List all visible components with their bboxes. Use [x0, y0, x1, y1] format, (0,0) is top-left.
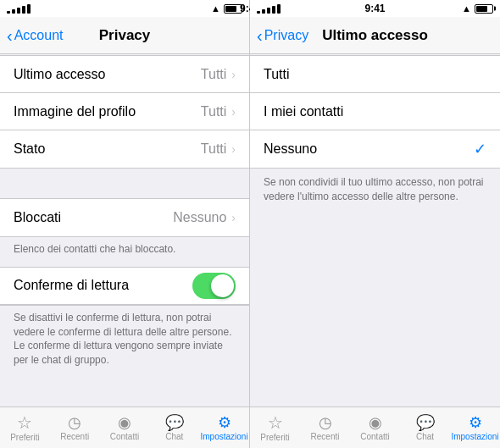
right-signal [257, 4, 281, 14]
tab-contatti-left[interactable]: ◉ Contatti [100, 415, 150, 441]
bloccati-label: Bloccati [14, 210, 173, 225]
recenti-icon: ◷ [68, 415, 81, 430]
right-time: 9:41 [364, 3, 385, 14]
tab-chat-left[interactable]: 💬 Chat [149, 415, 199, 441]
right-chat-icon: 💬 [416, 415, 435, 430]
right-recenti-label: Recenti [311, 432, 340, 441]
recenti-label: Recenti [60, 432, 89, 441]
tab-chat-right[interactable]: 💬 Chat [400, 415, 450, 441]
right-back-label: Privacy [264, 28, 308, 43]
right-nav-title: Ultimo accesso [322, 27, 428, 44]
option-nessuno-check-icon: ✓ [474, 140, 486, 158]
privacy-settings-section: Ultimo accesso Tutti › Immagine del prof… [0, 55, 249, 169]
right-content: Tutti I miei contatti Nessuno ✓ Se non c… [250, 54, 500, 407]
right-wifi-icon: ▲ [462, 3, 471, 14]
left-tab-bar: ☆ Preferiti ◷ Recenti ◉ Contatti 💬 Chat … [0, 407, 249, 448]
tab-recenti-left[interactable]: ◷ Recenti [50, 415, 100, 441]
tab-impostazioni-left[interactable]: ⚙ Impostazioni [199, 415, 249, 441]
tab-preferiti-left[interactable]: ☆ Preferiti [0, 414, 50, 442]
right-contatti-icon: ◉ [369, 415, 382, 430]
option-nessuno-label: Nessuno [264, 141, 474, 157]
section-gap-1 [0, 169, 249, 198]
left-nav-title: Privacy [99, 27, 151, 44]
left-nav-bar: ‹ Account Privacy [0, 17, 249, 54]
stato-chevron-icon: › [231, 142, 236, 156]
immagine-profilo-row[interactable]: Immagine del profilo Tutti › [0, 93, 249, 130]
ultimo-accesso-value: Tutti [201, 67, 227, 82]
right-impostazioni-label: Impostazioni [451, 432, 498, 441]
left-back-chevron-icon: ‹ [7, 27, 13, 44]
conferme-lettura-toggle[interactable] [192, 273, 236, 299]
right-back-chevron-icon: ‹ [257, 27, 263, 44]
bloccati-row[interactable]: Bloccati Nessuno › [0, 199, 249, 236]
conferme-lettura-row: Conferme di lettura [0, 268, 249, 305]
toggle-knob [211, 274, 234, 297]
right-tab-bar: ☆ Preferiti ◷ Recenti ◉ Contatti 💬 Chat … [250, 407, 500, 448]
battery-icon [224, 4, 242, 14]
signal-icon [7, 4, 31, 14]
option-miei-contatti-label: I miei contatti [264, 104, 486, 119]
immagine-profilo-chevron-icon: › [231, 105, 236, 119]
left-battery-area: ▲ [211, 3, 242, 14]
right-recenti-icon: ◷ [319, 415, 332, 430]
conferme-lettura-label: Conferme di lettura [14, 278, 192, 293]
right-signal-icon [257, 4, 281, 14]
option-tutti-label: Tutti [264, 67, 486, 82]
tab-contatti-right[interactable]: ◉ Contatti [350, 415, 400, 441]
bloccati-chevron-icon: › [231, 211, 236, 224]
tab-preferiti-right[interactable]: ☆ Preferiti [250, 414, 300, 442]
stato-label: Stato [14, 141, 201, 157]
option-nessuno[interactable]: Nessuno ✓ [250, 130, 500, 168]
left-signal [7, 4, 36, 14]
conferme-footer: Se disattivi le conferme di lettura, non… [0, 306, 249, 378]
tab-impostazioni-right[interactable]: ⚙ Impostazioni [450, 415, 500, 441]
tab-recenti-right[interactable]: ◷ Recenti [300, 415, 350, 441]
right-impostazioni-icon: ⚙ [469, 415, 482, 430]
impostazioni-label: Impostazioni [201, 432, 248, 441]
contatti-label: Contatti [110, 432, 139, 441]
bloccati-section: Bloccati Nessuno › [0, 198, 249, 237]
right-contatti-label: Contatti [360, 432, 389, 441]
contatti-icon: ◉ [118, 415, 131, 430]
wifi-icon: ▲ [211, 3, 220, 14]
ultimo-accesso-chevron-icon: › [231, 68, 236, 81]
stato-value: Tutti [201, 141, 227, 157]
ultimo-accesso-options-section: Tutti I miei contatti Nessuno ✓ [250, 55, 500, 169]
preferiti-icon: ☆ [17, 414, 32, 431]
immagine-profilo-value: Tutti [201, 104, 227, 119]
chat-label: Chat [165, 432, 183, 441]
ultimo-accesso-label: Ultimo accesso [14, 67, 201, 82]
right-nav-bar: ‹ Privacy Ultimo accesso [250, 17, 500, 54]
right-preferiti-icon: ☆ [268, 414, 283, 431]
immagine-profilo-label: Immagine del profilo [14, 104, 201, 119]
right-battery-icon [475, 4, 493, 14]
bloccati-footer: Elenco dei contatti che hai bloccato. [0, 237, 249, 267]
ultimo-accesso-info: Se non condividi il tuo ultimo accesso, … [250, 169, 500, 214]
right-back-button[interactable]: ‹ Privacy [257, 27, 308, 44]
conferme-section: Conferme di lettura [0, 267, 249, 306]
preferiti-label: Preferiti [10, 433, 39, 442]
stato-row[interactable]: Stato Tutti › [0, 130, 249, 168]
right-preferiti-label: Preferiti [260, 433, 289, 442]
right-status-bar: 9:41 ▲ [250, 0, 500, 17]
right-battery-area: ▲ [462, 3, 493, 14]
ultimo-accesso-row[interactable]: Ultimo accesso Tutti › [0, 56, 249, 93]
option-miei-contatti[interactable]: I miei contatti [250, 93, 500, 130]
left-back-button[interactable]: ‹ Account [7, 27, 63, 44]
chat-icon: 💬 [165, 415, 184, 430]
left-status-bar: 9:41 ▲ [0, 0, 249, 17]
bloccati-value: Nessuno [173, 210, 226, 225]
left-panel: 9:41 ▲ ‹ Account Privacy Ultimo accesso … [0, 0, 250, 448]
right-panel: 9:41 ▲ ‹ Privacy Ultimo accesso Tutti I … [250, 0, 500, 448]
impostazioni-icon: ⚙ [218, 415, 231, 430]
option-tutti[interactable]: Tutti [250, 56, 500, 93]
left-back-label: Account [14, 28, 64, 43]
left-content: Ultimo accesso Tutti › Immagine del prof… [0, 54, 249, 407]
right-chat-label: Chat [416, 432, 434, 441]
